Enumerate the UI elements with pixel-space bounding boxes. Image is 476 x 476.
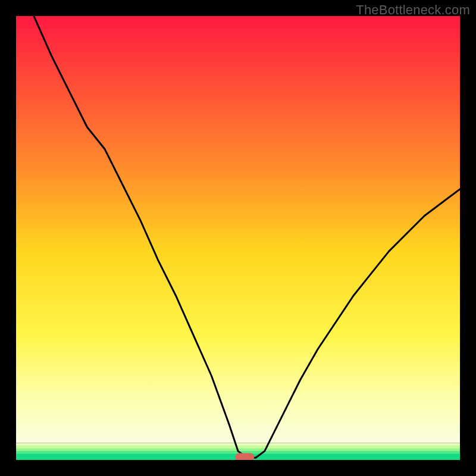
svg-rect-0: [16, 16, 460, 443]
plot-area: [16, 16, 460, 460]
bottleneck-chart: [16, 16, 460, 460]
svg-rect-1: [16, 443, 460, 446]
chart-frame: { "watermark": "TheBottleneck.com", "cha…: [0, 0, 476, 476]
watermark-label: TheBottleneck.com: [356, 2, 470, 18]
optimal-marker: [235, 453, 254, 460]
